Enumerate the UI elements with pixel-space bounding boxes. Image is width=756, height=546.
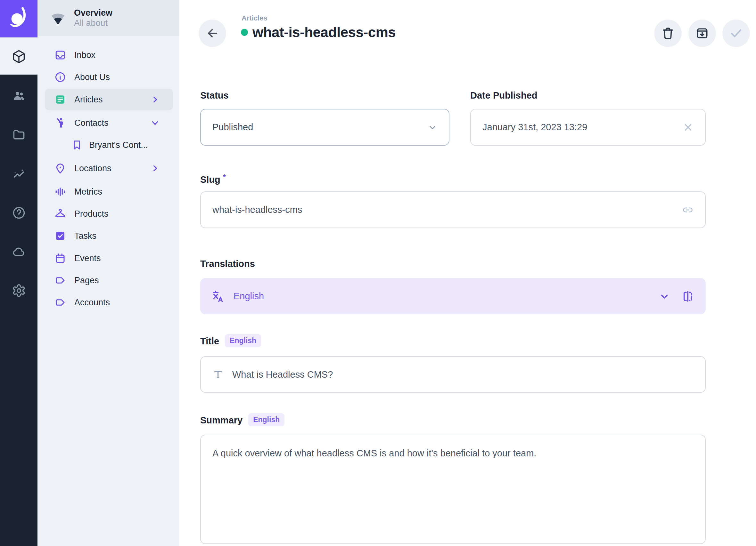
- sidebar-item-label: Articles: [74, 95, 103, 105]
- language-badge: English: [248, 413, 284, 426]
- copy-link-button[interactable]: [682, 204, 694, 216]
- workspace-title: Overview: [74, 8, 112, 18]
- sidebar-item-pages[interactable]: Pages: [45, 270, 173, 291]
- date-published-input[interactable]: January 31st, 2023 13:29: [470, 109, 706, 146]
- sidebar-item-label: Products: [74, 209, 109, 219]
- rail-settings-gear-icon[interactable]: [12, 283, 26, 297]
- sidebar-item-inbox[interactable]: Inbox: [45, 44, 173, 66]
- sidebar-item-label: Metrics: [74, 187, 102, 197]
- tag-icon: [54, 274, 66, 286]
- link-icon: [682, 204, 694, 216]
- side-by-side-view-button[interactable]: [681, 290, 694, 303]
- app-logo[interactable]: [0, 0, 37, 37]
- trash-icon: [661, 26, 675, 40]
- title-input[interactable]: What is Headless CMS?: [200, 356, 706, 393]
- info-icon: [54, 71, 66, 83]
- split-view-icon: [681, 290, 694, 303]
- rail-help-icon[interactable]: [12, 206, 26, 220]
- chevron-right-icon: [151, 95, 160, 104]
- close-x-icon: [683, 122, 694, 133]
- title-label-text: Title: [200, 336, 219, 346]
- translations-label-text: Translations: [200, 259, 255, 269]
- archive-save-button[interactable]: [688, 20, 716, 47]
- summary-label-text: Summary: [200, 415, 242, 426]
- slug-value: what-is-headless-cms: [212, 205, 302, 215]
- archive-down-icon: [695, 26, 709, 40]
- slug-input[interactable]: what-is-headless-cms: [200, 192, 706, 228]
- status-value: Published: [212, 122, 253, 133]
- breadcrumb[interactable]: Articles: [242, 14, 267, 22]
- approve-button[interactable]: [722, 20, 750, 47]
- title-value: What is Headless CMS?: [232, 369, 333, 380]
- published-status-dot: [241, 29, 248, 36]
- translations-value: English: [234, 291, 264, 301]
- hanger-icon: [54, 208, 66, 220]
- chevron-down-icon: [151, 118, 160, 127]
- app-window: Overview All about Inbox: [0, 0, 756, 546]
- summary-field-label: Summary English: [200, 414, 284, 427]
- status-field-label: Status: [200, 90, 229, 101]
- sidebar-item-tasks[interactable]: Tasks: [45, 225, 173, 247]
- sidebar-item-accounts[interactable]: Accounts: [45, 291, 173, 313]
- articles-document-icon: [54, 94, 66, 105]
- rail-content-model-cube-icon[interactable]: [12, 50, 26, 64]
- date-published-field-label: Date Published: [470, 90, 538, 101]
- sidebar-item-locations[interactable]: Locations: [45, 158, 173, 179]
- summary-textarea[interactable]: A quick overview of what headless CMS is…: [200, 435, 706, 544]
- chevron-down-icon: [428, 123, 437, 132]
- summary-value: A quick overview of what headless CMS is…: [212, 447, 536, 460]
- delete-button[interactable]: [654, 20, 682, 47]
- slug-field-label: Slug *: [200, 175, 226, 185]
- inbox-icon: [54, 49, 66, 61]
- task-checkbox-icon: [54, 230, 66, 242]
- sidebar-item-label: Events: [74, 254, 101, 264]
- sidebar-item-bryants-contacts[interactable]: Bryant's Cont...: [45, 134, 173, 156]
- icon-rail: [0, 0, 37, 546]
- sidebar-item-label: Inbox: [74, 50, 95, 60]
- rail-files-folder-icon[interactable]: [12, 128, 26, 142]
- sidebar-item-label: Accounts: [74, 297, 110, 307]
- icon-rail-dark-section: [0, 75, 37, 546]
- logo-swirl-icon: [6, 6, 31, 32]
- metrics-waveform-icon: [54, 186, 66, 198]
- sidebar-item-label: About Us: [74, 72, 110, 82]
- translate-icon: [212, 289, 225, 303]
- date-published-value: January 31st, 2023 13:29: [482, 122, 587, 133]
- sidebar-item-metrics[interactable]: Metrics: [45, 181, 173, 203]
- chevron-right-icon: [151, 164, 160, 173]
- slug-label-text: Slug: [200, 175, 220, 185]
- workspace-subtitle: All about: [74, 18, 112, 28]
- back-button[interactable]: [199, 20, 226, 47]
- text-type-icon: [212, 369, 223, 380]
- chevron-down-icon: [659, 291, 670, 302]
- sidebar-item-label: Bryant's Cont...: [89, 140, 148, 150]
- status-select[interactable]: Published: [200, 109, 449, 146]
- sidebar-item-label: Pages: [74, 275, 99, 285]
- rail-users-icon[interactable]: [12, 89, 26, 103]
- sidebar-item-articles[interactable]: Articles: [45, 89, 173, 110]
- clear-date-button[interactable]: [683, 122, 694, 133]
- translations-select[interactable]: English: [200, 278, 706, 314]
- title-field-label: Title English: [200, 335, 261, 348]
- sidebar-item-events[interactable]: Events: [45, 248, 173, 269]
- workspace-signal-icon: [49, 10, 67, 26]
- translations-field-label: Translations: [200, 259, 255, 269]
- contact-person-icon: [54, 117, 66, 129]
- sidebar-item-label: Tasks: [74, 231, 96, 241]
- page-title-row: what-is-headless-cms: [241, 24, 396, 40]
- sidebar-item-products[interactable]: Products: [45, 203, 173, 225]
- required-asterisk: *: [223, 173, 226, 182]
- label-icon: [54, 297, 66, 308]
- date-published-label-text: Date Published: [470, 90, 538, 101]
- arrow-left-icon: [205, 26, 219, 40]
- status-label-text: Status: [200, 90, 229, 101]
- workspace-switcher[interactable]: Overview All about: [37, 0, 179, 36]
- calendar-icon: [54, 253, 66, 264]
- rail-cloud-icon[interactable]: [12, 245, 26, 259]
- check-icon: [729, 26, 743, 40]
- page-title: what-is-headless-cms: [252, 24, 396, 40]
- rail-analytics-icon[interactable]: [12, 167, 26, 181]
- sidebar-item-contacts[interactable]: Contacts: [45, 112, 173, 134]
- sidebar-item-about-us[interactable]: About Us: [45, 66, 173, 88]
- sidebar: Overview All about Inbox: [37, 0, 179, 546]
